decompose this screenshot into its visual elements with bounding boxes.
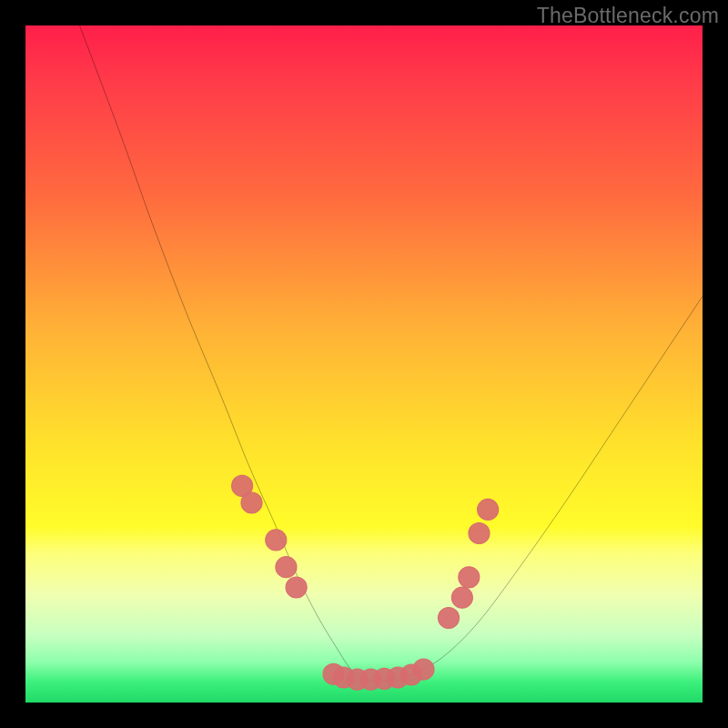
left-marker-3 — [266, 530, 287, 551]
marker-group — [232, 475, 499, 690]
left-marker-4 — [276, 557, 297, 578]
chart-svg — [25, 25, 703, 703]
curve-group — [80, 25, 703, 682]
chart-frame: TheBottleneck.com — [0, 0, 728, 728]
right-marker-3 — [459, 567, 480, 588]
left-marker-5 — [286, 577, 307, 598]
right-marker-1 — [438, 607, 459, 628]
left-marker-2 — [241, 492, 262, 513]
bottom-marker-8 — [413, 659, 434, 680]
plot-area — [25, 25, 703, 703]
watermark-text: TheBottleneck.com — [537, 4, 719, 28]
right-marker-5 — [478, 499, 499, 520]
right-marker-4 — [469, 522, 490, 543]
right-marker-2 — [451, 587, 472, 608]
bottleneck-curve — [80, 25, 703, 682]
